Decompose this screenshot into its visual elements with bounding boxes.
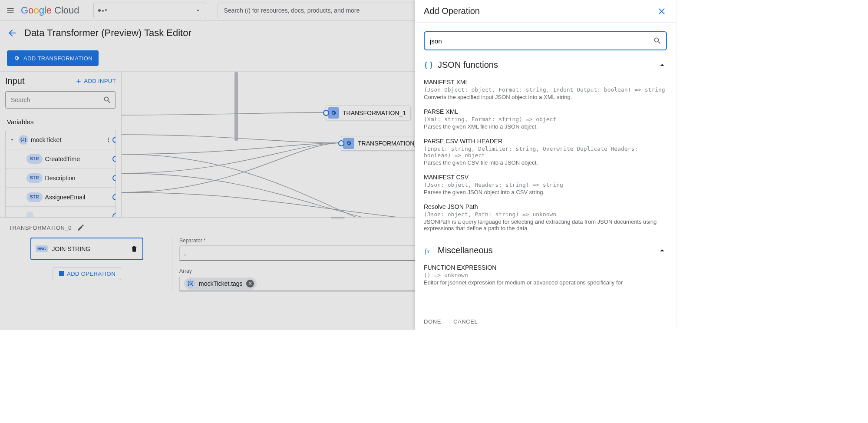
- tree-child-label: CreatedTime: [45, 155, 113, 162]
- func-parse-csv-with-header[interactable]: PARSE CSV WITH HEADER (Input: string, De…: [424, 134, 667, 170]
- drawer-search-input[interactable]: [424, 31, 667, 50]
- input-port[interactable]: [323, 110, 329, 116]
- output-port[interactable]: [112, 194, 116, 200]
- func-parse-xml[interactable]: PARSE XML (Xml: string, Format: string) …: [424, 105, 667, 134]
- func-resolve-json-path[interactable]: Resolve JSON Path (Json: object, Path: s…: [424, 200, 667, 236]
- cancel-button[interactable]: CANCEL: [453, 318, 478, 325]
- plus-icon: [75, 78, 82, 85]
- gear-icon: [13, 55, 20, 62]
- gear-icon: [343, 138, 354, 149]
- transformation-node-2[interactable]: TRANSFORMATION_2: [341, 136, 426, 151]
- gear-icon: [328, 107, 339, 119]
- tree-root-label: mockTicket: [31, 136, 102, 143]
- drawer-search[interactable]: [424, 31, 667, 50]
- func-signature: (Json: object, Path: string) => unknown: [424, 211, 667, 218]
- string-badge-icon: STR: [26, 173, 43, 183]
- hamburger-menu-button[interactable]: [5, 5, 16, 16]
- func-manifest-csv[interactable]: MANIFEST CSV (Json: object, Headers: str…: [424, 170, 667, 200]
- section-header[interactable]: fx Miscellaneous: [424, 245, 667, 255]
- chevron-down-icon: [8, 137, 16, 143]
- func-description: Parses the given JSON object into a CSV …: [424, 189, 667, 195]
- array-chip[interactable]: [S] mockTicket.tags ✕: [184, 278, 257, 290]
- sidebar-search-input[interactable]: [5, 91, 116, 109]
- trash-icon: [130, 245, 138, 253]
- node-label: TRANSFORMATION_1: [343, 109, 406, 116]
- done-button[interactable]: DONE: [424, 318, 441, 325]
- project-picker[interactable]: [93, 3, 206, 18]
- back-button[interactable]: [7, 28, 17, 38]
- func-name: MANIFEST XML: [424, 79, 667, 86]
- delete-operation-button[interactable]: [130, 245, 138, 253]
- abc-badge-icon: RBC: [36, 245, 48, 252]
- menu-icon: [6, 6, 15, 15]
- project-icon: [98, 9, 107, 12]
- logo-cloud-text: Cloud: [54, 5, 79, 16]
- func-name: PARSE XML: [424, 108, 667, 115]
- tree-child-label: AssigneeEmail: [45, 194, 113, 201]
- chevron-down-icon: [195, 7, 201, 14]
- func-signature: (Xml: string, Format: string) => object: [424, 116, 667, 122]
- drawer-close-button[interactable]: [657, 7, 667, 16]
- tree-child-assigneeemail[interactable]: STR AssigneeEmail: [6, 188, 116, 207]
- section-json-functions: JSON functions MANIFEST XML (Json Object…: [424, 60, 667, 236]
- add-transformation-button[interactable]: ADD TRANSFORMATION: [7, 50, 99, 66]
- output-port[interactable]: [112, 175, 116, 181]
- google-cloud-logo[interactable]: Google Cloud: [21, 5, 79, 16]
- braces-icon: [424, 60, 433, 70]
- add-operation-button[interactable]: ADD OPERATION: [53, 267, 121, 280]
- func-name: PARSE CSV WITH HEADER: [424, 138, 667, 145]
- output-port[interactable]: [112, 156, 116, 162]
- func-name: FUNCTION EXPRESSION: [424, 264, 667, 271]
- variables-heading: Variables: [7, 118, 116, 126]
- section-miscellaneous: fx Miscellaneous FUNCTION EXPRESSION () …: [424, 245, 667, 290]
- separator-value: ,: [184, 250, 186, 257]
- operation-label: JOIN STRING: [52, 245, 126, 252]
- edit-button[interactable]: [77, 224, 85, 231]
- section-title: Miscellaneous: [438, 245, 493, 255]
- func-description: Converts the specified input JSON object…: [424, 94, 667, 100]
- input-port[interactable]: [338, 140, 344, 146]
- string-badge-icon: STR: [26, 192, 43, 202]
- search-placeholder-text: Search (/) for resources, docs, products…: [224, 7, 360, 14]
- search-icon: [653, 36, 662, 45]
- transformation-node-1[interactable]: TRANSFORMATION_1: [326, 106, 411, 120]
- operation-card-join-string[interactable]: RBC JOIN STRING: [30, 238, 143, 260]
- variables-tree: {J} mockTicket STR CreatedTime STR Descr…: [5, 130, 116, 226]
- arrow-left-icon: [7, 28, 17, 38]
- node-label: TRANSFORMATION_2: [358, 140, 421, 147]
- fx-icon: fx: [424, 246, 433, 255]
- pencil-icon: [77, 224, 85, 231]
- func-signature: (Json Object: object, Format: string, In…: [424, 86, 667, 93]
- add-input-button[interactable]: ADD INPUT: [75, 78, 116, 85]
- func-description: Parses the given XML file into a JSON ob…: [424, 123, 667, 130]
- drawer-title: Add Operation: [424, 6, 480, 16]
- search-icon: [103, 96, 112, 104]
- func-description: Editor for jsonnet expression for medium…: [424, 279, 667, 286]
- add-operation-drawer: Add Operation JSON functions MANIFE: [415, 0, 676, 330]
- tree-root-mockticket[interactable]: {J} mockTicket: [6, 130, 116, 149]
- kebab-menu-button[interactable]: [104, 136, 113, 143]
- chip-text: mockTicket.tags: [199, 280, 243, 287]
- func-name: MANIFEST CSV: [424, 174, 667, 181]
- json-badge-icon: {J}: [19, 135, 28, 145]
- tree-child-description[interactable]: STR Description: [6, 169, 116, 188]
- chevron-up-icon: [657, 60, 667, 70]
- func-signature: (Json: object, Headers: string) => strin…: [424, 182, 667, 188]
- close-icon: [657, 7, 667, 16]
- panel-drag-handle[interactable]: [331, 217, 345, 218]
- section-header[interactable]: JSON functions: [424, 60, 667, 70]
- func-manifest-xml[interactable]: MANIFEST XML (Json Object: object, Forma…: [424, 75, 667, 105]
- add-input-label: ADD INPUT: [84, 78, 116, 84]
- output-port[interactable]: [112, 137, 116, 143]
- bottom-panel-title: TRANSFORMATION_0: [9, 225, 72, 231]
- func-function-expression[interactable]: FUNCTION EXPRESSION () => unknown Editor…: [424, 261, 667, 290]
- logo-google-text: Google: [21, 5, 52, 16]
- tree-child-label: Description: [45, 175, 113, 182]
- plus-box-icon: [58, 270, 65, 277]
- section-title: JSON functions: [438, 60, 498, 70]
- chip-remove-button[interactable]: ✕: [246, 280, 254, 288]
- func-name: Resolve JSON Path: [424, 203, 667, 210]
- sidebar-search[interactable]: [5, 91, 116, 109]
- sidebar-title: Input: [5, 76, 24, 86]
- tree-child-createdtime[interactable]: STR CreatedTime: [6, 149, 116, 169]
